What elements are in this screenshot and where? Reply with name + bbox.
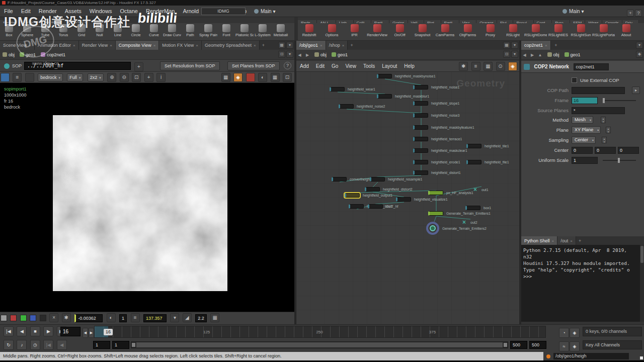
zoom-in-icon[interactable]: ⊕: [107, 73, 116, 82]
close-icon[interactable]: ×: [342, 43, 345, 48]
zoom-out-icon[interactable]: ⊖: [120, 73, 129, 82]
center-y-field[interactable]: 0: [595, 147, 616, 154]
close-icon[interactable]: ×: [552, 239, 554, 243]
close-icon[interactable]: ×: [570, 239, 573, 243]
tab-Composite View[interactable]: Composite View×: [116, 41, 159, 50]
uniform-scale-slider[interactable]: [603, 160, 636, 161]
network-node-heightfield_slope1[interactable]: heightfield_slope1: [413, 101, 428, 106]
back-icon[interactable]: ◀: [296, 50, 303, 60]
network-node-heightfield_file1[interactable]: heightfield_file1: [466, 160, 481, 164]
close-icon[interactable]: ×: [110, 43, 112, 48]
shelf-tool-Grid[interactable]: Grid: [72, 23, 91, 37]
close-icon[interactable]: ×: [29, 43, 31, 48]
snap-keys-icon[interactable]: ◈: [570, 328, 580, 338]
menu-octane[interactable]: Octane: [116, 6, 141, 17]
playhead-marker[interactable]: 16: [104, 329, 113, 335]
playback-range-slider[interactable]: [131, 341, 508, 348]
close-icon[interactable]: ×: [196, 43, 198, 48]
play-backward-button[interactable]: ◀: [17, 326, 27, 336]
network-node-heightfield_noise3[interactable]: heightfield_noise3: [413, 113, 428, 118]
tab-Scene View[interactable]: Scene View×: [0, 41, 35, 50]
channel-alpha-button[interactable]: [40, 315, 46, 321]
half-tone-icon[interactable]: ◐: [258, 73, 267, 82]
scrollbar-thumb[interactable]: [640, 246, 643, 263]
shelf-tool-RSLightPortal[interactable]: RSLightPortal: [592, 23, 615, 37]
network-node-heightfield_output1[interactable]: heightfield_output1: [345, 193, 360, 198]
close-icon[interactable]: ×: [73, 43, 75, 48]
menu-file[interactable]: File: [0, 6, 17, 17]
global-range-end-field[interactable]: 500: [529, 341, 546, 349]
go-to-start-button[interactable]: |◀: [4, 326, 14, 336]
crumb-obj[interactable]: obj: [0, 50, 17, 60]
tab-Animation Editor[interactable]: Animation Editor×: [35, 41, 79, 50]
tools-icon[interactable]: ✱: [459, 62, 468, 71]
list-icon[interactable]: ≡: [471, 62, 480, 71]
menu-windows[interactable]: Windows: [86, 6, 116, 17]
shelf-tool-About[interactable]: About: [615, 23, 637, 37]
global-range-start-field[interactable]: 1: [93, 341, 110, 349]
range-handle-left[interactable]: [131, 342, 136, 347]
network-node-heightfield_maskblur1[interactable]: heightfield_maskblur1: [377, 94, 392, 99]
shelf-tool-Draw Curve[interactable]: Draw Curve: [163, 23, 181, 37]
menu-edit[interactable]: Edit: [17, 6, 35, 17]
record-icon[interactable]: [246, 73, 255, 82]
layout-icon[interactable]: ⊡: [283, 73, 292, 82]
path-pin-icon[interactable]: ⊡: [278, 51, 285, 58]
tab-Geometry Spreadsheet[interactable]: Geometry Spreadsheet×: [202, 41, 260, 50]
shelf-tool-CamParms[interactable]: CamParms: [434, 23, 456, 37]
shelf-tool-Spray Paint[interactable]: Spray Paint: [199, 23, 217, 37]
shelf-tool-RSLightSun[interactable]: RSLightSun: [570, 23, 592, 37]
shelf-tool-Circle[interactable]: Circle: [127, 23, 145, 37]
frame-all-icon[interactable]: ⊡: [132, 73, 141, 82]
gamma-field[interactable]: 2.2: [195, 314, 207, 322]
channel-blue-button[interactable]: [30, 315, 36, 321]
shelf-tool-Metaball[interactable]: Metaball: [272, 23, 290, 37]
shelf-tool-Redshift[interactable]: Redshift: [298, 23, 320, 37]
realtime-icon[interactable]: ◷: [30, 340, 40, 350]
shelf-tool-Options[interactable]: Options: [320, 23, 343, 37]
center-x-field[interactable]: 0: [572, 147, 593, 154]
shelf-tool-RSLightIES[interactable]: RSLightIES: [547, 23, 570, 37]
tab-/obj/geo1[interactable]: /obj/geo1×: [296, 41, 326, 50]
close-icon[interactable]: ×: [254, 43, 256, 48]
network-node-heightfield_noise1[interactable]: heightfield_noise1: [413, 85, 428, 89]
net-menu-go[interactable]: Go: [328, 61, 342, 72]
network-node-OUT_hf[interactable]: OUT_hf: [368, 204, 383, 209]
crumb-obj[interactable]: obj: [312, 50, 329, 60]
up-icon[interactable]: ▲: [537, 50, 543, 60]
idmg-toolbar-button[interactable]: IDMG: [201, 8, 246, 15]
shelf-tool-Proxy[interactable]: Proxy: [479, 23, 502, 37]
composite-viewport[interactable]: sopimport11000x1000fr 16bedrock: [0, 83, 294, 312]
pane-menu-icon[interactable]: ▾: [636, 42, 643, 49]
crumb-cop2net1[interactable]: cop2net1: [38, 50, 68, 60]
plane-dropdown[interactable]: bedrock▾: [38, 73, 63, 81]
range-handle-right[interactable]: [503, 342, 508, 347]
network-node-heightfield_maskclear1[interactable]: heightfield_maskclear1: [413, 148, 428, 153]
quality-dropdown[interactable]: Full▾: [67, 73, 83, 81]
tab-/out[interactable]: /out×: [557, 236, 576, 245]
source-planes-field[interactable]: *: [572, 107, 625, 114]
current-frame-field[interactable]: 16: [60, 327, 80, 336]
range-bar[interactable]: [136, 342, 503, 347]
status-node-path-field[interactable]: /obj/geo1/heigh: [553, 353, 629, 359]
network-node-Generate_Terrain_Emitters2[interactable]: Generate_Terrain_Emitters2: [426, 222, 439, 235]
pane-menu-icon[interactable]: ▾: [286, 42, 293, 49]
path-menu-icon[interactable]: ▾: [286, 51, 293, 58]
exposure-field[interactable]: -0.00362: [74, 314, 103, 322]
network-node-Generate_Terrain_Emitters1[interactable]: Generate_Terrain_Emitters1: [428, 211, 443, 216]
set-resolution-button[interactable]: Set Resolution from SOP: [160, 61, 220, 70]
sampling-dropdown[interactable]: Center▾: [572, 136, 596, 144]
net-menu-view[interactable]: View: [342, 61, 360, 72]
shelf-tool-Line[interactable]: Line: [109, 23, 127, 37]
checker-icon[interactable]: ▦: [271, 73, 280, 82]
tile-grid-icon[interactable]: ▦: [210, 313, 219, 322]
shelf-tool-On/Off[interactable]: On/Off: [388, 23, 411, 37]
node-picker-icon[interactable]: +: [134, 62, 143, 71]
shelf-tool-IPR[interactable]: IPR: [343, 23, 366, 37]
network-node-heightfield_visualize1[interactable]: heightfield_visualize1: [396, 197, 411, 202]
snapshot-icon[interactable]: ◈: [233, 73, 243, 82]
level-field[interactable]: 137.357: [143, 314, 167, 322]
slider-handle[interactable]: [603, 98, 605, 103]
net-menu-edit[interactable]: Edit: [312, 61, 328, 72]
stepper-icon[interactable]: ▴▾: [601, 117, 606, 123]
